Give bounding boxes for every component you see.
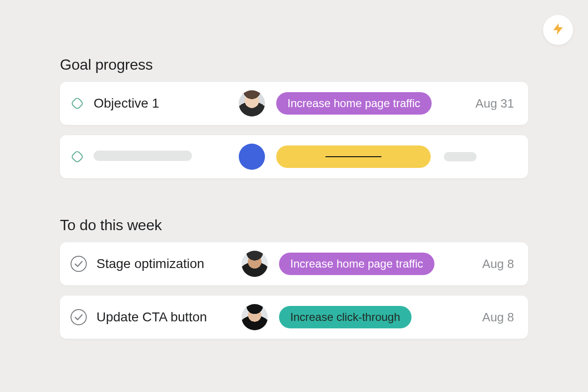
svg-rect-1 [71, 151, 83, 163]
task-tag[interactable]: Increase home page traffic [279, 253, 434, 275]
task-title: Stage optimization [96, 256, 204, 271]
task-row[interactable]: Stage optimization Increase home page tr… [60, 242, 528, 285]
svg-point-2 [71, 256, 87, 272]
goal-tag[interactable]: Increase home page traffic [276, 92, 432, 115]
check-circle-icon[interactable] [69, 254, 88, 273]
goal-tag-placeholder[interactable] [276, 145, 431, 168]
task-due-date: Aug 8 [471, 257, 514, 271]
page-content: Goal progress Objective 1 Increase home … [0, 0, 588, 339]
avatar-image [242, 304, 268, 330]
check-circle-icon[interactable] [69, 308, 88, 327]
avatar[interactable] [239, 90, 265, 116]
goal-row[interactable]: Objective 1 Increase home page traffic A… [60, 82, 528, 125]
task-row[interactable]: Update CTA button Increase click-through… [60, 296, 528, 339]
placeholder-date [444, 152, 477, 161]
svg-point-3 [71, 310, 87, 325]
svg-rect-0 [71, 97, 83, 109]
placeholder-line-icon [325, 156, 382, 158]
avatar-image [242, 251, 268, 277]
task-title: Update CTA button [96, 310, 207, 324]
section-title-todo: To do this week [60, 217, 528, 234]
task-tag[interactable]: Increase click-through [279, 306, 412, 328]
goal-row-placeholder[interactable] [60, 135, 528, 178]
avatar-image [239, 90, 265, 116]
avatar-placeholder[interactable] [239, 144, 265, 170]
task-due-date: Aug 8 [471, 310, 514, 325]
automation-badge[interactable] [543, 15, 573, 45]
goal-title: Objective 1 [94, 96, 159, 110]
goal-diamond-icon [69, 149, 85, 165]
avatar[interactable] [242, 251, 268, 277]
placeholder-title [94, 151, 192, 161]
avatar[interactable] [242, 304, 268, 330]
goal-diamond-icon [69, 95, 85, 111]
lightning-icon [551, 22, 565, 38]
goal-due-date: Aug 31 [464, 96, 514, 111]
section-title-goals: Goal progress [60, 56, 528, 73]
